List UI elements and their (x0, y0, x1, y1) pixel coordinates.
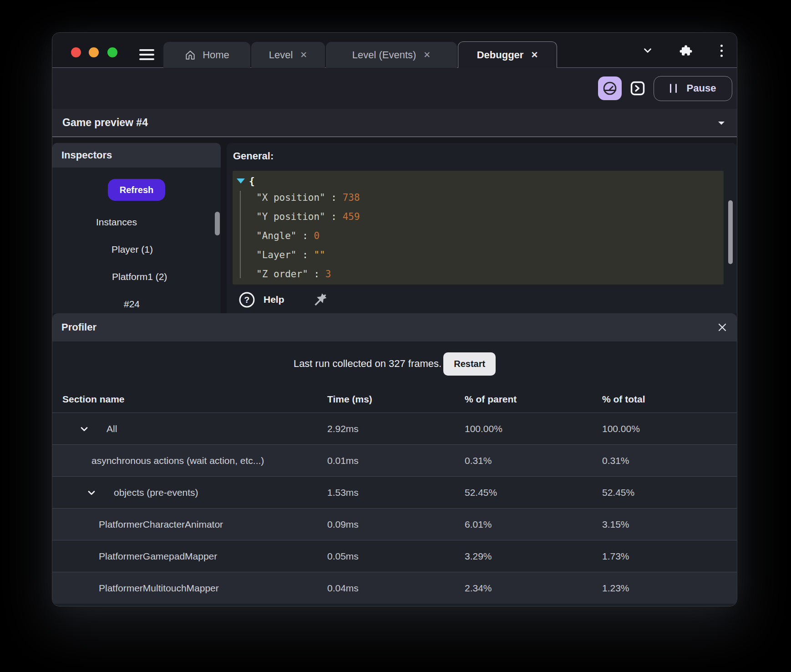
tree-item-platform1[interactable]: Platform1 (2) (52, 270, 221, 284)
help-icon[interactable]: ? (238, 291, 255, 308)
minimize-window-button[interactable] (89, 47, 99, 57)
profiler-header: Profiler (52, 313, 737, 341)
json-line: "Layer" : "" (256, 245, 719, 265)
column-header-parent: % of parent (465, 394, 602, 405)
main-menu-icon[interactable] (139, 49, 154, 61)
debugger-main-area: Inspectors Refresh Instances Player (1) … (52, 137, 737, 313)
inspectors-scrollbar[interactable] (215, 212, 220, 235)
debugger-window: Home Level ✕ Level (Events) ✕ Debugger ✕ (52, 32, 737, 606)
debugger-toolbar: Pause (52, 68, 737, 109)
general-scrollbar[interactable] (728, 200, 733, 264)
table-row[interactable]: PlatformerMultitouchMapper 0.04ms 2.34% … (52, 572, 737, 604)
tab-label: Level (269, 49, 293, 61)
profiler-table-header: Section name Time (ms) % of parent % of … (52, 386, 737, 412)
inspectors-panel-title: Inspectors (52, 143, 221, 168)
chevron-down-icon[interactable] (79, 423, 90, 434)
close-tab-icon[interactable]: ✕ (300, 51, 307, 59)
general-panel-title: General: (233, 150, 274, 162)
column-header-total: % of total (602, 394, 737, 405)
gauge-icon (602, 80, 618, 97)
tree-item-player[interactable]: Player (1) (52, 243, 221, 256)
json-property-viewer: { "X position" : 738 "Y position" : 459 … (233, 171, 724, 285)
chevron-down-icon[interactable] (86, 487, 97, 498)
home-icon (184, 49, 196, 61)
json-line: "Angle" : 0 (256, 226, 719, 245)
table-row[interactable]: objects (pre-events) 1.53ms 52.45% 52.45… (52, 476, 737, 508)
titlebar: Home Level ✕ Level (Events) ✕ Debugger ✕ (52, 33, 737, 68)
refresh-button[interactable]: Refresh (108, 179, 165, 201)
indent-guide-line (240, 191, 241, 278)
profiler-table: Section name Time (ms) % of parent % of … (52, 386, 737, 604)
table-row[interactable]: PlatformerGamepadMapper 0.05ms 3.29% 1.7… (52, 540, 737, 572)
console-button[interactable] (629, 79, 647, 97)
profiler-status-row: Last run collected on 327 frames. Restar… (52, 341, 737, 386)
column-header-time: Time (ms) (327, 394, 465, 405)
svg-text:?: ? (244, 295, 250, 304)
unpin-icon[interactable] (313, 292, 328, 307)
profiler-gauge-button[interactable] (598, 76, 622, 100)
tab-label: Home (203, 49, 229, 61)
tab-debugger[interactable]: Debugger ✕ (458, 41, 557, 68)
game-preview-title: Game preview #4 (62, 117, 148, 129)
column-header-section: Section name (62, 394, 327, 405)
close-tab-icon[interactable]: ✕ (423, 51, 431, 59)
tab-strip: Home Level ✕ Level (Events) ✕ Debugger ✕ (163, 41, 558, 68)
expand-triangle-icon[interactable] (237, 178, 245, 183)
table-row[interactable]: asynchronous actions (wait action, etc..… (52, 444, 737, 476)
screenshot-stage: Home Level ✕ Level (Events) ✕ Debugger ✕ (0, 0, 791, 672)
tab-level-events[interactable]: Level (Events) ✕ (326, 42, 457, 68)
profiler-status-text: Last run collected on 327 frames. (294, 358, 441, 370)
tab-level[interactable]: Level ✕ (251, 42, 325, 68)
chevron-down-icon[interactable] (642, 45, 654, 56)
json-open-brace: { (249, 176, 255, 187)
help-row: ? Help (238, 290, 328, 310)
inspectors-panel: Inspectors Refresh Instances Player (1) … (52, 143, 221, 313)
json-line: "X position" : 738 (256, 188, 719, 207)
close-profiler-icon[interactable] (717, 322, 728, 333)
tab-label: Debugger (477, 49, 524, 61)
console-icon (629, 80, 646, 97)
pause-icon (670, 84, 677, 93)
table-row[interactable]: PlatformerCharacterAnimator 0.09ms 6.01%… (52, 508, 737, 540)
tab-home[interactable]: Home (163, 42, 250, 68)
inspector-tree: Instances Player (1) Platform1 (2) #24 (52, 215, 221, 311)
help-label[interactable]: Help (264, 294, 284, 305)
profiler-panel: Profiler Last run collected on 327 frame… (52, 313, 737, 606)
pause-button[interactable]: Pause (654, 76, 732, 101)
tree-item-instances[interactable]: Instances (52, 215, 221, 229)
table-row[interactable]: All 2.92ms 100.00% 100.00% (52, 412, 737, 444)
tree-item-instance-24[interactable]: #24 (52, 297, 221, 311)
json-line: "Z order" : 3 (256, 265, 719, 284)
profiler-title: Profiler (61, 321, 96, 333)
more-options-icon[interactable] (720, 45, 723, 56)
json-line: "Y position" : 459 (256, 207, 719, 226)
collapse-chevron-icon[interactable] (716, 117, 727, 128)
close-tab-icon[interactable]: ✕ (531, 51, 538, 59)
close-window-button[interactable] (71, 47, 81, 57)
game-preview-header[interactable]: Game preview #4 (52, 109, 737, 137)
tab-label: Level (Events) (352, 49, 416, 61)
general-panel: General: { "X position" : 738 "Y positio… (227, 143, 737, 313)
maximize-window-button[interactable] (107, 47, 117, 57)
restart-button[interactable]: Restart (443, 352, 496, 376)
extensions-puzzle-icon[interactable] (679, 44, 691, 56)
pause-label: Pause (687, 82, 716, 94)
